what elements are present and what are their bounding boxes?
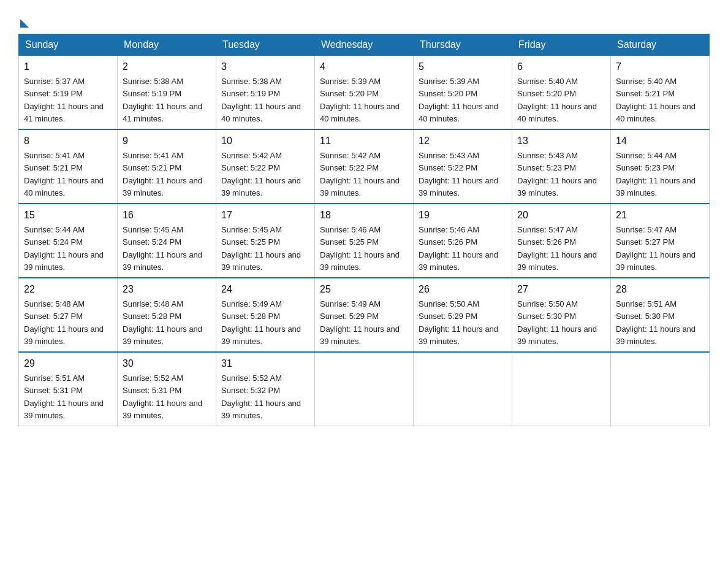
day-number: 13 [517,134,605,148]
day-number: 31 [221,356,309,371]
calendar-header-monday: Monday [118,34,216,56]
day-info: Sunrise: 5:46 AMSunset: 5:25 PMDaylight:… [320,225,400,272]
day-info: Sunrise: 5:52 AMSunset: 5:31 PMDaylight:… [123,373,202,420]
calendar-header-row: SundayMondayTuesdayWednesdayThursdayFrid… [19,34,710,56]
day-number: 6 [517,59,605,74]
calendar-cell: 4Sunrise: 5:39 AMSunset: 5:20 PMDaylight… [315,56,414,130]
day-number: 2 [123,59,211,74]
day-info: Sunrise: 5:40 AMSunset: 5:20 PMDaylight:… [517,77,597,123]
day-info: Sunrise: 5:49 AMSunset: 5:28 PMDaylight:… [221,299,301,346]
day-number: 3 [221,59,309,74]
day-info: Sunrise: 5:41 AMSunset: 5:21 PMDaylight:… [123,151,202,197]
day-number: 12 [419,134,507,148]
calendar-week-row: 29Sunrise: 5:51 AMSunset: 5:31 PMDayligh… [19,352,710,426]
calendar-cell: 2Sunrise: 5:38 AMSunset: 5:19 PMDaylight… [118,56,216,130]
calendar-cell [315,352,414,426]
calendar-cell: 24Sunrise: 5:49 AMSunset: 5:28 PMDayligh… [216,278,315,352]
day-number: 30 [123,356,211,371]
day-info: Sunrise: 5:47 AMSunset: 5:26 PMDaylight:… [517,225,597,272]
calendar-cell: 14Sunrise: 5:44 AMSunset: 5:23 PMDayligh… [611,129,710,204]
calendar-cell: 6Sunrise: 5:40 AMSunset: 5:20 PMDaylight… [512,56,611,130]
calendar-cell: 1Sunrise: 5:37 AMSunset: 5:19 PMDaylight… [19,56,118,130]
calendar-week-row: 15Sunrise: 5:44 AMSunset: 5:24 PMDayligh… [19,204,710,278]
day-info: Sunrise: 5:45 AMSunset: 5:25 PMDaylight:… [221,225,301,272]
calendar-header-saturday: Saturday [611,34,710,56]
day-info: Sunrise: 5:41 AMSunset: 5:21 PMDaylight:… [24,151,104,197]
day-info: Sunrise: 5:47 AMSunset: 5:27 PMDaylight:… [616,225,696,272]
calendar-cell: 20Sunrise: 5:47 AMSunset: 5:26 PMDayligh… [512,204,611,278]
day-info: Sunrise: 5:43 AMSunset: 5:22 PMDaylight:… [419,151,498,197]
day-info: Sunrise: 5:39 AMSunset: 5:20 PMDaylight:… [419,77,498,123]
calendar-cell: 8Sunrise: 5:41 AMSunset: 5:21 PMDaylight… [19,129,118,204]
day-number: 21 [616,208,704,223]
logo-arrow-icon [20,19,29,28]
calendar-cell: 29Sunrise: 5:51 AMSunset: 5:31 PMDayligh… [19,352,118,426]
calendar-cell [611,352,710,426]
calendar-cell: 31Sunrise: 5:52 AMSunset: 5:32 PMDayligh… [216,352,315,426]
day-info: Sunrise: 5:49 AMSunset: 5:29 PMDaylight:… [320,299,400,346]
calendar-cell: 10Sunrise: 5:42 AMSunset: 5:22 PMDayligh… [216,129,315,204]
day-number: 29 [24,356,112,371]
day-info: Sunrise: 5:44 AMSunset: 5:23 PMDaylight:… [616,151,696,197]
calendar-cell: 30Sunrise: 5:52 AMSunset: 5:31 PMDayligh… [118,352,216,426]
calendar-cell: 12Sunrise: 5:43 AMSunset: 5:22 PMDayligh… [414,129,512,204]
calendar-table: SundayMondayTuesdayWednesdayThursdayFrid… [18,34,710,426]
day-info: Sunrise: 5:51 AMSunset: 5:31 PMDaylight:… [24,373,104,420]
day-number: 9 [123,134,211,148]
day-number: 15 [24,208,112,223]
day-number: 8 [24,134,112,148]
calendar-week-row: 1Sunrise: 5:37 AMSunset: 5:19 PMDaylight… [19,56,710,130]
calendar-cell: 3Sunrise: 5:38 AMSunset: 5:19 PMDaylight… [216,56,315,130]
calendar-cell: 7Sunrise: 5:40 AMSunset: 5:21 PMDaylight… [611,56,710,130]
calendar-cell [414,352,512,426]
calendar-header-thursday: Thursday [414,34,512,56]
day-number: 1 [24,59,112,74]
day-number: 22 [24,282,112,297]
day-number: 4 [320,59,408,74]
calendar-cell: 18Sunrise: 5:46 AMSunset: 5:25 PMDayligh… [315,204,414,278]
logo [18,15,29,28]
day-info: Sunrise: 5:45 AMSunset: 5:24 PMDaylight:… [123,225,202,272]
day-number: 14 [616,134,704,148]
day-number: 28 [616,282,704,297]
day-info: Sunrise: 5:43 AMSunset: 5:23 PMDaylight:… [517,151,597,197]
calendar-header-sunday: Sunday [19,34,118,56]
day-number: 10 [221,134,309,148]
day-info: Sunrise: 5:48 AMSunset: 5:27 PMDaylight:… [24,299,104,346]
day-number: 18 [320,208,408,223]
calendar-cell: 21Sunrise: 5:47 AMSunset: 5:27 PMDayligh… [611,204,710,278]
day-number: 23 [123,282,211,297]
day-number: 5 [419,59,507,74]
calendar-week-row: 22Sunrise: 5:48 AMSunset: 5:27 PMDayligh… [19,278,710,352]
calendar-header-friday: Friday [512,34,611,56]
day-info: Sunrise: 5:39 AMSunset: 5:20 PMDaylight:… [320,77,400,123]
day-number: 7 [616,59,704,74]
day-info: Sunrise: 5:40 AMSunset: 5:21 PMDaylight:… [616,77,696,123]
day-info: Sunrise: 5:38 AMSunset: 5:19 PMDaylight:… [123,77,202,123]
calendar-cell: 28Sunrise: 5:51 AMSunset: 5:30 PMDayligh… [611,278,710,352]
calendar-cell: 25Sunrise: 5:49 AMSunset: 5:29 PMDayligh… [315,278,414,352]
calendar-cell: 19Sunrise: 5:46 AMSunset: 5:26 PMDayligh… [414,204,512,278]
day-number: 27 [517,282,605,297]
day-number: 19 [419,208,507,223]
day-info: Sunrise: 5:42 AMSunset: 5:22 PMDaylight:… [320,151,400,197]
calendar-cell: 11Sunrise: 5:42 AMSunset: 5:22 PMDayligh… [315,129,414,204]
day-number: 20 [517,208,605,223]
day-info: Sunrise: 5:50 AMSunset: 5:30 PMDaylight:… [517,299,597,346]
day-info: Sunrise: 5:51 AMSunset: 5:30 PMDaylight:… [616,299,696,346]
calendar-cell: 13Sunrise: 5:43 AMSunset: 5:23 PMDayligh… [512,129,611,204]
calendar-cell: 9Sunrise: 5:41 AMSunset: 5:21 PMDaylight… [118,129,216,204]
calendar-cell: 16Sunrise: 5:45 AMSunset: 5:24 PMDayligh… [118,204,216,278]
day-info: Sunrise: 5:48 AMSunset: 5:28 PMDaylight:… [123,299,202,346]
calendar-cell: 23Sunrise: 5:48 AMSunset: 5:28 PMDayligh… [118,278,216,352]
calendar-cell: 5Sunrise: 5:39 AMSunset: 5:20 PMDaylight… [414,56,512,130]
day-number: 16 [123,208,211,223]
calendar-cell: 22Sunrise: 5:48 AMSunset: 5:27 PMDayligh… [19,278,118,352]
day-number: 11 [320,134,408,148]
day-number: 24 [221,282,309,297]
day-info: Sunrise: 5:42 AMSunset: 5:22 PMDaylight:… [221,151,301,197]
day-number: 17 [221,208,309,223]
day-number: 25 [320,282,408,297]
calendar-header-wednesday: Wednesday [315,34,414,56]
calendar-cell: 15Sunrise: 5:44 AMSunset: 5:24 PMDayligh… [19,204,118,278]
